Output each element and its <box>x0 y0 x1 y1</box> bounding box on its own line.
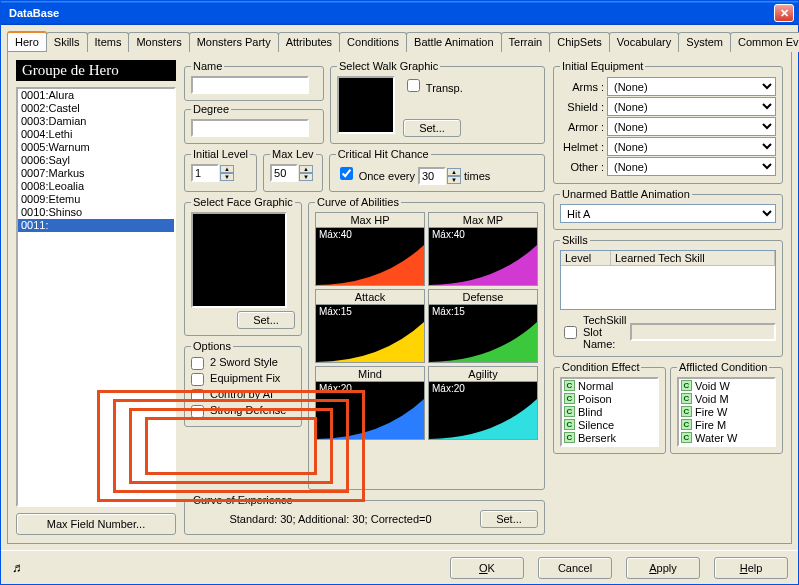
option-strong-defense[interactable]: Strong Defense <box>191 404 295 420</box>
cond-item[interactable]: CBlind <box>562 405 657 418</box>
cond-item[interactable]: CVoid M <box>679 392 774 405</box>
cond-item[interactable]: CSilence <box>562 418 657 431</box>
equip-row-arms: Arms :(None) <box>560 77 776 96</box>
degree-input[interactable] <box>191 119 309 137</box>
tab-vocabulary[interactable]: Vocabulary <box>609 32 679 52</box>
curve-max-hp[interactable]: Max HPMáx:40 <box>315 212 425 286</box>
cond-item[interactable]: CBerserk <box>562 431 657 444</box>
hero-list-item[interactable]: 0007:Markus <box>18 167 174 180</box>
tab-battle-animation[interactable]: Battle Animation <box>406 32 502 52</box>
skills-table[interactable]: Level Learned Tech Skill <box>560 250 776 310</box>
unarmed-anim-label: Unarmed Battle Animation <box>560 188 692 200</box>
option-2-sword-style[interactable]: 2 Sword Style <box>191 356 295 372</box>
letter-c-icon: C <box>564 432 575 443</box>
curve-max-mp[interactable]: Max MPMáx:40 <box>428 212 538 286</box>
chevron-up-icon[interactable]: ▲ <box>220 165 234 173</box>
hero-list-item[interactable]: 0010:Shinso <box>18 206 174 219</box>
chevron-up-icon[interactable]: ▲ <box>447 168 461 176</box>
letter-c-icon: C <box>681 419 692 430</box>
initial-level-input[interactable] <box>191 164 219 182</box>
curve-mind[interactable]: MindMáx:20 <box>315 366 425 440</box>
tab-common-events[interactable]: Common Events <box>730 32 799 52</box>
crit-stepper[interactable]: ▲▼ <box>418 167 461 185</box>
tab-hero[interactable]: Hero <box>7 31 47 51</box>
tab-items[interactable]: Items <box>87 32 130 52</box>
chevron-down-icon[interactable]: ▼ <box>220 173 234 181</box>
equip-select[interactable]: (None) <box>607 137 776 156</box>
close-icon[interactable]: ✕ <box>774 4 794 22</box>
techskill-slot-checkbox[interactable] <box>564 326 577 339</box>
initial-level-stepper[interactable]: ▲▼ <box>191 164 234 182</box>
apply-button[interactable]: Apply <box>626 557 700 579</box>
initial-level-label: Initial Level <box>191 148 250 160</box>
degree-fieldset: Degree <box>184 103 324 144</box>
name-input[interactable] <box>191 76 309 94</box>
max-field-number-button[interactable]: Max Field Number... <box>16 513 176 535</box>
equip-select[interactable]: (None) <box>607 77 776 96</box>
letter-c-icon: C <box>564 380 575 391</box>
tab-terrain[interactable]: Terrain <box>501 32 551 52</box>
chevron-down-icon[interactable]: ▼ <box>299 173 313 181</box>
curve-defense[interactable]: DefenseMáx:15 <box>428 289 538 363</box>
option-control-by-ai[interactable]: Control by AI <box>191 388 295 404</box>
tab-conditions[interactable]: Conditions <box>339 32 407 52</box>
tab-monsters[interactable]: Monsters <box>128 32 189 52</box>
cond-item[interactable]: CVoid W <box>679 379 774 392</box>
face-set-button[interactable]: Set... <box>237 311 295 329</box>
client-area: HeroSkillsItemsMonstersMonsters PartyAtt… <box>1 25 798 550</box>
crit-input[interactable] <box>418 167 446 185</box>
curve-experience-label: Curve of Experience <box>191 494 295 506</box>
cond-item[interactable]: CFire M <box>679 418 774 431</box>
help-button[interactable]: Help <box>714 557 788 579</box>
hero-list-item[interactable]: 0006:Sayl <box>18 154 174 167</box>
walk-set-button[interactable]: Set... <box>403 119 461 137</box>
chevron-up-icon[interactable]: ▲ <box>299 165 313 173</box>
techskill-slot-label[interactable]: TechSkill Slot Name: <box>560 314 776 350</box>
letter-c-icon: C <box>681 393 692 404</box>
hero-list-item[interactable]: 0009:Etemu <box>18 193 174 206</box>
unarmed-anim-select[interactable]: Hit A <box>560 204 776 223</box>
tab-skills[interactable]: Skills <box>46 32 88 52</box>
tab-system[interactable]: System <box>678 32 731 52</box>
skills-label: Skills <box>560 234 590 246</box>
crit-once-checkbox[interactable] <box>340 167 353 180</box>
database-window: DataBase ✕ HeroSkillsItemsMonstersMonste… <box>0 0 799 585</box>
tab-attributes[interactable]: Attributes <box>278 32 340 52</box>
hero-list-item[interactable]: 0008:Leoalia <box>18 180 174 193</box>
hero-list-item[interactable]: 0005:Warnum <box>18 141 174 154</box>
hero-list-item[interactable]: 0003:Damian <box>18 115 174 128</box>
equip-select[interactable]: (None) <box>607 157 776 176</box>
cond-item[interactable]: CNormal <box>562 379 657 392</box>
cond-item[interactable]: CPoison <box>562 392 657 405</box>
curve-abilities-label: Curve of Abilities <box>315 196 401 208</box>
afflicted-condition-list[interactable]: CVoid WCVoid MCFire WCFire MCWater W <box>677 377 776 447</box>
equip-select[interactable]: (None) <box>607 117 776 136</box>
equipment-label: Initial Equipment <box>560 60 645 72</box>
hero-list-item[interactable]: 0011: <box>18 219 174 232</box>
cond-item[interactable]: CWater W <box>679 431 774 444</box>
tab-monsters-party[interactable]: Monsters Party <box>189 32 279 52</box>
max-level-input[interactable] <box>270 164 298 182</box>
hero-list[interactable]: 0001:Alura0002:Castel0003:Damian0004:Let… <box>16 87 176 507</box>
cancel-button[interactable]: Cancel <box>538 557 612 579</box>
hero-list-item[interactable]: 0001:Alura <box>18 89 174 102</box>
cond-item[interactable]: CFire W <box>679 405 774 418</box>
dialog-button-bar: ♬ OK Cancel Apply Help <box>1 550 798 584</box>
transp-checkbox[interactable] <box>407 79 420 92</box>
option-equipment-fix[interactable]: Equipment Fix <box>191 372 295 388</box>
curve-agility[interactable]: AgilityMáx:20 <box>428 366 538 440</box>
options-fieldset: Options 2 Sword Style Equipment Fix Cont… <box>184 340 302 427</box>
hero-list-item[interactable]: 0002:Castel <box>18 102 174 115</box>
hero-list-item[interactable]: 0004:Lethi <box>18 128 174 141</box>
tab-chipsets[interactable]: ChipSets <box>549 32 610 52</box>
max-level-stepper[interactable]: ▲▼ <box>270 164 313 182</box>
condition-effect-list[interactable]: CNormalCPoisonCBlindCSilenceCBerserk <box>560 377 659 447</box>
crit-once-checkbox-label[interactable]: Once every <box>336 170 418 182</box>
equip-select[interactable]: (None) <box>607 97 776 116</box>
curve-attack[interactable]: AttackMáx:15 <box>315 289 425 363</box>
max-level-label: Max Lev <box>270 148 316 160</box>
curve-experience-set-button[interactable]: Set... <box>480 510 538 528</box>
ok-button[interactable]: OK <box>450 557 524 579</box>
chevron-down-icon[interactable]: ▼ <box>447 176 461 184</box>
transp-checkbox-label[interactable]: Transp. <box>403 76 463 95</box>
